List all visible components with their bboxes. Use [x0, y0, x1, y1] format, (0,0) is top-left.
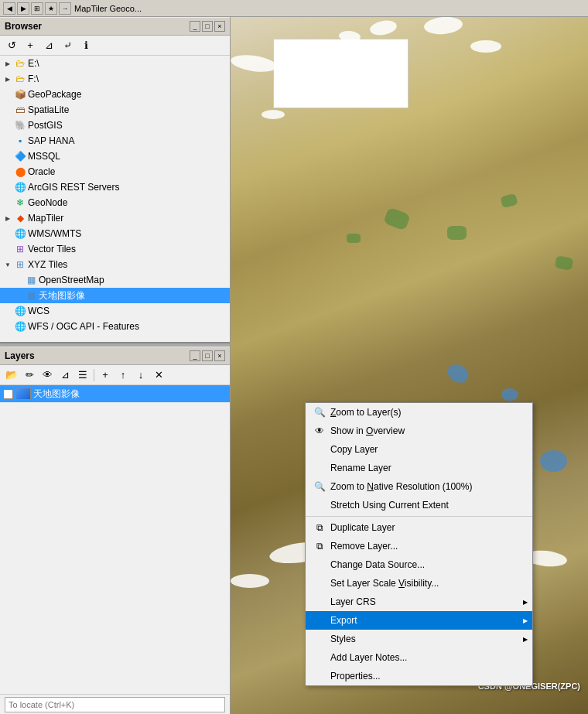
label-wcs: WCS [28, 306, 50, 316]
layer-checkbox-tianditu[interactable]: ✓ [3, 389, 13, 399]
layers-close-btn[interactable]: × [214, 350, 225, 361]
layers-minimize-btn[interactable]: _ [190, 350, 200, 361]
sap-icon: ▪ [14, 135, 26, 147]
tree-item-e-drive[interactable]: ▶ 🗁 E:\ [0, 56, 230, 71]
remove-icon: ⧉ [312, 538, 327, 554]
add-btn[interactable]: + [22, 37, 39, 54]
ctx-scale-visibility[interactable]: Set Layer Scale Visibility... [306, 574, 532, 593]
tianditu-icon: ▦ [25, 289, 37, 302]
ctx-export[interactable]: Export [306, 611, 532, 630]
layer-item-tianditu[interactable]: ✓ 天地图影像 [0, 385, 230, 402]
tree-item-maptiler[interactable]: ▶ ◆ MapTiler [0, 210, 230, 226]
locate-input[interactable] [5, 697, 225, 712]
zoom-icon: 🔍 [312, 405, 327, 420]
remove-layer-tb-btn[interactable]: ✕ [150, 367, 167, 384]
toolbar-sep-1 [94, 369, 94, 381]
layers-content: ✓ 天地图影像 [0, 385, 230, 694]
tree-item-postgis[interactable]: 🐘 PostGIS [0, 118, 230, 133]
ctx-copy-layer[interactable]: Copy Layer [306, 440, 532, 459]
folder-icon-e: 🗁 [14, 57, 26, 70]
tree-item-osm[interactable]: ▦ OpenStreetMap [0, 272, 230, 288]
tree-item-spatialite[interactable]: 🗃 SpatiaLite [0, 102, 230, 118]
filter-btn[interactable]: ⊿ [40, 37, 57, 54]
ctx-change-datasource[interactable]: Change Data Source... [306, 555, 532, 574]
tree-item-xyztiles[interactable]: ▼ ⊞ XYZ Tiles [0, 257, 230, 272]
browser-toolbar: ↺ + ⊿ ⤶ ℹ [0, 36, 230, 56]
label-f: F:\ [28, 73, 39, 84]
label-osm: OpenStreetMap [39, 275, 104, 285]
star-icon[interactable]: ★ [45, 2, 57, 15]
layer-thumb-tianditu [15, 388, 31, 400]
tree-item-geopackage[interactable]: 📦 GeoPackage [0, 87, 230, 102]
filter-layers-btn[interactable]: ⊿ [56, 367, 74, 384]
layers-maximize-btn[interactable]: □ [202, 350, 213, 361]
add-group-btn[interactable]: + [97, 367, 114, 384]
ctx-zoom-native[interactable]: 🔍 Zoom to Native Resolution (100%) [306, 477, 532, 496]
properties-icon [312, 668, 327, 684]
collapse-btn[interactable]: ⤶ [59, 37, 76, 54]
label-mssql: MSSQL [28, 151, 60, 162]
label-sap: SAP HANA [28, 135, 74, 146]
spatialite-icon: 🗃 [14, 104, 26, 116]
arrow-wfs [3, 322, 12, 331]
folder-icon-f: 🗁 [14, 73, 26, 85]
arrow-icon[interactable]: → [59, 2, 71, 15]
browser-close-btn[interactable]: × [214, 21, 225, 32]
label-arcgis: ArcGIS REST Servers [28, 182, 119, 193]
oracle-icon: ⬤ [14, 166, 26, 178]
tree-item-arcgis[interactable]: 🌐 ArcGIS REST Servers [0, 179, 230, 195]
grid-icon[interactable]: ⊞ [31, 2, 43, 15]
ctx-duplicate[interactable]: ⧉ Duplicate Layer [306, 518, 532, 537]
arrow-arcgis [3, 183, 12, 192]
stretch-icon [312, 497, 327, 513]
ctx-stretch[interactable]: Stretch Using Current Extent [306, 496, 532, 514]
browser-maximize-btn[interactable]: □ [202, 21, 213, 32]
open-layer-btn[interactable]: 📂 [3, 367, 20, 384]
ctx-remove-layer[interactable]: ⧉ Remove Layer... [306, 537, 532, 555]
tree-item-oracle[interactable]: ⬤ Oracle [0, 164, 230, 179]
tree-item-wms[interactable]: 🌐 WMS/WMTS [0, 226, 230, 241]
tree-item-geonode[interactable]: ❄ GeoNode [0, 195, 230, 210]
arrow-f: ▶ [3, 74, 12, 84]
move-up-btn[interactable]: ↑ [115, 367, 132, 384]
tree-item-wfs[interactable]: 🌐 WFS / OGC API - Features [0, 319, 230, 334]
tree-item-mssql[interactable]: 🔷 MSSQL [0, 149, 230, 164]
ctx-label-crs: Layer CRS [330, 596, 376, 607]
ctx-add-notes[interactable]: Add Layer Notes... [306, 648, 532, 667]
arrow-vectortiles [3, 244, 12, 254]
ctx-properties[interactable]: Properties... [306, 667, 532, 685]
forward-icon[interactable]: ▶ [17, 2, 29, 15]
refresh-btn[interactable]: ↺ [3, 37, 20, 54]
layers-header: Layers _ □ × [0, 347, 230, 365]
info-btn[interactable]: ℹ [77, 37, 94, 54]
tree-item-vectortiles[interactable]: ⊞ Vector Tiles [0, 241, 230, 257]
label-geonode: GeoNode [28, 197, 67, 208]
label-tianditu: 天地图影像 [39, 289, 85, 302]
back-icon[interactable]: ◀ [3, 2, 15, 15]
ctx-layer-crs[interactable]: Layer CRS [306, 593, 532, 611]
digitize-btn[interactable]: ✏ [21, 367, 38, 384]
arrow-mssql [3, 152, 12, 161]
scale-icon [312, 576, 327, 591]
label-wms: WMS/WMTS [28, 228, 81, 239]
arrow-geonode [3, 198, 12, 207]
ctx-rename-layer[interactable]: Rename Layer [306, 459, 532, 477]
tree-item-f-drive[interactable]: ▶ 🗁 F:\ [0, 71, 230, 87]
tree-item-tianditu[interactable]: ▦ 天地图影像 [0, 288, 230, 303]
ctx-zoom-to-layer[interactable]: 🔍 Zoom to Layer(s) [306, 403, 532, 422]
browser-minimize-btn[interactable]: _ [190, 21, 200, 32]
move-down-btn[interactable]: ↓ [132, 367, 149, 384]
select-layers-btn[interactable]: ☰ [74, 367, 91, 384]
layers-section: Layers _ □ × 📂 ✏ 👁 ⊿ ☰ + ↑ ↓ ✕ [0, 347, 230, 714]
arrow-wms [3, 229, 12, 238]
label-vectortiles: Vector Tiles [28, 244, 76, 255]
ctx-styles[interactable]: Styles [306, 630, 532, 648]
ctx-label-styles: Styles [330, 634, 356, 644]
ctx-show-overview[interactable]: 👁 Show in Overview [306, 422, 532, 440]
tree-item-sap[interactable]: ▪ SAP HANA [0, 133, 230, 149]
layers-title: Layers [5, 350, 35, 361]
tree-item-wcs[interactable]: 🌐 WCS [0, 303, 230, 319]
show-all-btn[interactable]: 👁 [39, 367, 56, 384]
arcgis-icon: 🌐 [14, 181, 26, 193]
notes-icon [312, 650, 327, 665]
